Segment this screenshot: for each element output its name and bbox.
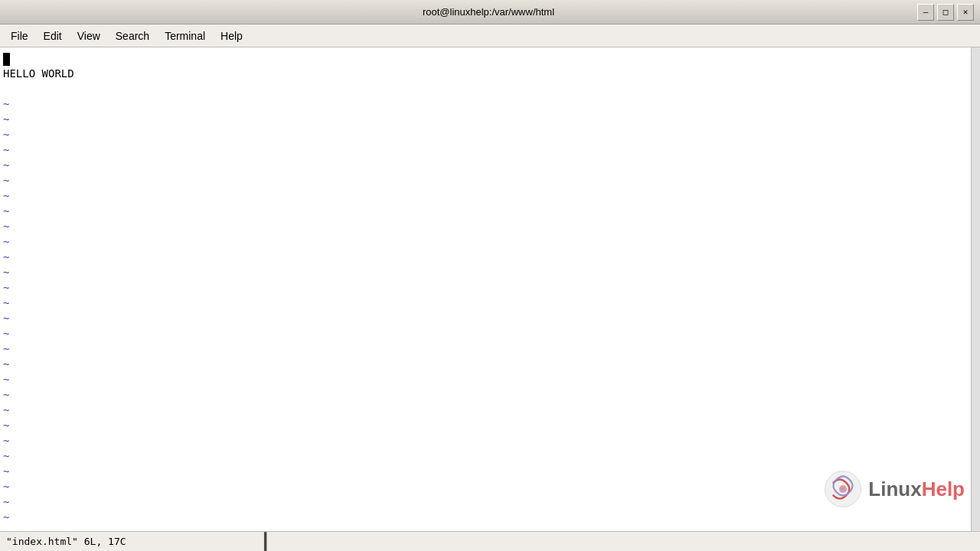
tilde-line-4: ~ [0,142,971,158]
tilde-line-16: ~ [0,326,971,341]
tilde-line-12: ~ [0,265,971,280]
tilde-line-14: ~ [0,295,971,311]
tilde-line-1: ~ [0,96,971,112]
tilde-line-21: ~ [0,403,971,418]
menu-help[interactable]: Help [213,27,250,45]
editor-line-3 [0,81,971,96]
editor-content[interactable]: HELLO WORLD ~ ~ ~ ~ ~ ~ ~ ~ ~ ~ ~ ~ ~ ~ … [0,47,971,531]
menu-view[interactable]: View [70,27,108,45]
tilde-line-7: ~ [0,188,971,204]
status-text: "index.html" 6L, 17C [6,536,126,547]
tilde-line-23: ~ [0,433,971,448]
menu-bar: File Edit View Search Terminal Help [0,24,980,47]
tilde-line-13: ~ [0,280,971,295]
editor-line-2: HELLO WORLD [0,66,971,81]
watermark-text: LinuxHelp [868,478,965,501]
tilde-line-9: ~ [0,219,971,234]
tilde-line-18: ~ [0,357,971,372]
maximize-button[interactable]: □ [937,4,954,21]
menu-edit[interactable]: Edit [36,27,70,45]
menu-terminal[interactable]: Terminal [157,27,213,45]
close-button[interactable]: ✕ [957,4,974,21]
watermark: LinuxHelp [824,470,965,508]
title-bar: root@linuxhelp:/var/www/html — □ ✕ [0,0,980,24]
menu-search[interactable]: Search [108,27,157,45]
cursor-block [3,53,10,66]
tilde-line-2: ~ [0,112,971,127]
scrollbar[interactable] [971,47,980,531]
tilde-line-8: ~ [0,204,971,219]
status-bar: "index.html" 6L, 17C ┃ [0,531,980,551]
tilde-line-11: ~ [0,249,971,265]
tilde-line-6: ~ [0,173,971,188]
tilde-line-5: ~ [0,158,971,173]
editor-line-1 [0,51,971,66]
tilde-line-15: ~ [0,311,971,326]
text-cursor-icon: ┃ [260,532,270,551]
tilde-line-19: ~ [0,372,971,387]
window-title: root@linuxhelp:/var/www/html [60,6,917,18]
tilde-line-22: ~ [0,418,971,433]
watermark-highlight: Help [922,478,965,500]
tilde-line-17: ~ [0,341,971,357]
tilde-line-24: ~ [0,448,971,464]
tilde-line-10: ~ [0,234,971,249]
editor-area[interactable]: HELLO WORLD ~ ~ ~ ~ ~ ~ ~ ~ ~ ~ ~ ~ ~ ~ … [0,47,980,531]
minimize-button[interactable]: — [917,4,934,21]
tilde-line-20: ~ [0,387,971,403]
menu-file[interactable]: File [3,27,36,45]
svg-point-3 [841,487,845,491]
linuxhelp-logo-icon [824,470,862,508]
window-controls: — □ ✕ [917,4,974,21]
tilde-line-3: ~ [0,127,971,142]
tilde-line-29: ~ [0,525,971,531]
tilde-line-28: ~ [0,510,971,525]
